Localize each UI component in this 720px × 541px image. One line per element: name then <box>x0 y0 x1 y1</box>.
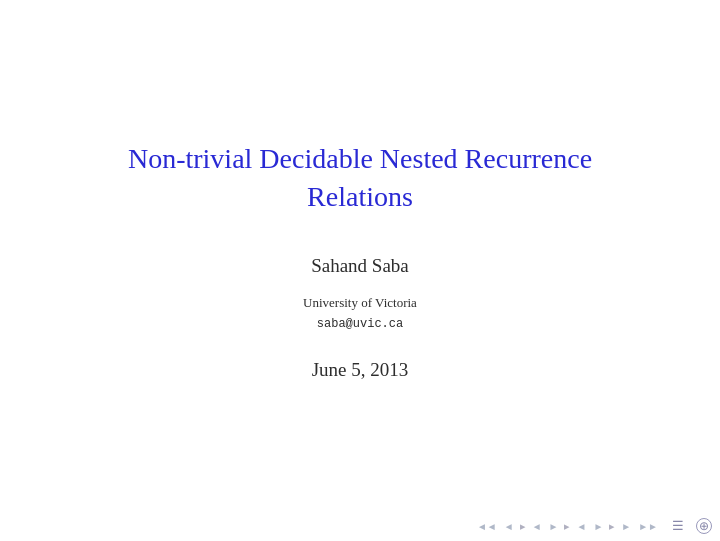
title-line2: Relations <box>307 181 413 212</box>
bottom-toolbar: ◄◄ ◄ ▸ ◄ ► ▸ ◄ ► ▸ ► ►► ☰ ⊕ <box>475 517 712 535</box>
presentation-date: June 5, 2013 <box>312 359 409 381</box>
nav-sep2: ▸ <box>564 520 570 533</box>
nav-subsection-prev[interactable]: ◄ <box>574 520 588 533</box>
nav-section-prev[interactable]: ◄ <box>530 520 544 533</box>
nav-last-icon[interactable]: ►► <box>636 520 660 533</box>
nav-prev-icon[interactable]: ◄ <box>502 520 516 533</box>
main-content: Non-trivial Decidable Nested Recurrence … <box>68 0 652 541</box>
slide-title: Non-trivial Decidable Nested Recurrence … <box>128 140 592 216</box>
nav-section-next[interactable]: ► <box>547 520 561 533</box>
nav-sep3: ▸ <box>609 520 615 533</box>
title-line1: Non-trivial Decidable Nested Recurrence <box>128 143 592 174</box>
author-name: Sahand Saba <box>311 255 409 277</box>
slide-container: Non-trivial Decidable Nested Recurrence … <box>0 0 720 541</box>
nav-first-icon[interactable]: ◄◄ <box>475 520 499 533</box>
nav-sep1: ▸ <box>520 520 526 533</box>
nav-subsection-next[interactable]: ► <box>591 520 605 533</box>
beamer-menu-icon[interactable]: ☰ <box>672 518 684 534</box>
nav-next-icon[interactable]: ► <box>619 520 633 533</box>
email-address: saba@uvic.ca <box>317 317 403 331</box>
zoom-button[interactable]: ⊕ <box>696 518 712 534</box>
institution-name: University of Victoria <box>303 295 417 311</box>
